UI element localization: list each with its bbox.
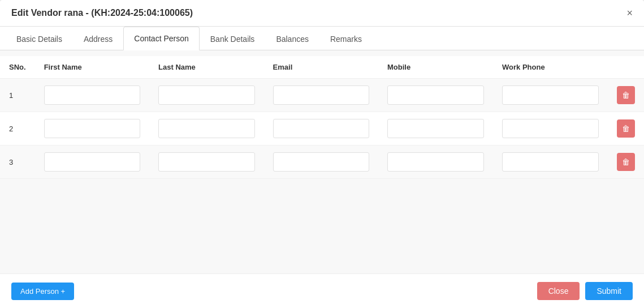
tab-basic-details[interactable]: Basic Details (6, 27, 73, 50)
row-2-first-name-cell (35, 112, 149, 146)
row-2-delete-button[interactable]: 🗑 (617, 119, 635, 138)
row-3-email-input[interactable] (273, 152, 369, 172)
modal-footer: Add Person + Close Submit (0, 273, 644, 308)
trash-icon: 🗑 (622, 157, 630, 166)
add-person-button[interactable]: Add Person + (11, 283, 74, 300)
row-1-delete-button[interactable]: 🗑 (617, 86, 635, 104)
col-header-sno: SNo. (0, 56, 35, 79)
row-1-work-phone-cell (493, 79, 608, 112)
row-1-email-cell (264, 79, 378, 112)
col-header-first-name: First Name (35, 56, 149, 79)
col-header-last-name: Last Name (149, 56, 263, 79)
close-button[interactable]: Close (537, 282, 580, 300)
row-3-action-cell: 🗑 (608, 146, 644, 179)
table-row: 1 (0, 79, 644, 112)
row-1-mobile-cell (378, 79, 493, 112)
row-1-last-name-input[interactable] (158, 85, 254, 105)
row-1-mobile-input[interactable] (387, 85, 484, 105)
modal-close-x-button[interactable]: × (626, 8, 633, 18)
row-3-mobile-cell (378, 146, 493, 179)
row-1-email-input[interactable] (273, 85, 369, 105)
row-3-last-name-cell (149, 146, 263, 179)
col-header-email: Email (264, 56, 378, 79)
row-2-mobile-input[interactable] (387, 119, 484, 138)
row-2-mobile-cell (378, 112, 493, 146)
row-2-first-name-input[interactable] (44, 119, 140, 138)
row-1-action-cell: 🗑 (608, 79, 644, 112)
row-1-first-name-cell (35, 79, 149, 112)
row-1-last-name-cell (149, 79, 263, 112)
tab-address[interactable]: Address (73, 27, 123, 50)
row-2-last-name-cell (149, 112, 263, 146)
modal: Edit Vendor rana - (KH:2024-25:04:100065… (0, 0, 644, 308)
table-header-row: SNo. First Name Last Name Email Mobile W… (0, 56, 644, 79)
trash-icon: 🗑 (622, 124, 630, 133)
row-3-mobile-input[interactable] (387, 152, 484, 172)
row-2-action-cell: 🗑 (608, 112, 644, 146)
tabs-bar: Basic Details Address Contact Person Ban… (0, 27, 644, 50)
modal-body: SNo. First Name Last Name Email Mobile W… (0, 50, 644, 273)
row-2-email-cell (264, 112, 378, 146)
row-2-last-name-input[interactable] (158, 119, 254, 138)
row-3-first-name-cell (35, 146, 149, 179)
tab-contact-person[interactable]: Contact Person (123, 27, 200, 50)
table-row: 3 (0, 146, 644, 179)
row-2-work-phone-input[interactable] (502, 119, 599, 138)
row-3-delete-button[interactable]: 🗑 (617, 153, 635, 171)
table-row: 2 (0, 112, 644, 146)
col-header-work-phone: Work Phone (493, 56, 608, 79)
row-1-sno: 1 (0, 79, 35, 112)
row-3-work-phone-cell (493, 146, 608, 179)
trash-icon: 🗑 (622, 91, 630, 100)
footer-action-buttons: Close Submit (537, 282, 633, 300)
tab-remarks[interactable]: Remarks (319, 27, 373, 50)
modal-title: Edit Vendor rana - (KH:2024-25:04:100065… (11, 8, 193, 18)
submit-button[interactable]: Submit (585, 282, 633, 300)
row-3-sno: 3 (0, 146, 35, 179)
row-3-first-name-input[interactable] (44, 152, 140, 172)
row-3-last-name-input[interactable] (158, 152, 254, 172)
contact-person-table-container: SNo. First Name Last Name Email Mobile W… (0, 56, 644, 179)
contact-person-table: SNo. First Name Last Name Email Mobile W… (0, 56, 644, 179)
row-3-email-cell (264, 146, 378, 179)
tab-balances[interactable]: Balances (265, 27, 319, 50)
row-1-first-name-input[interactable] (44, 85, 140, 105)
modal-header: Edit Vendor rana - (KH:2024-25:04:100065… (0, 0, 644, 27)
row-1-work-phone-input[interactable] (502, 85, 599, 105)
row-2-work-phone-cell (493, 112, 608, 146)
col-header-mobile: Mobile (378, 56, 493, 79)
tab-bank-details[interactable]: Bank Details (200, 27, 266, 50)
col-header-actions (608, 56, 644, 79)
row-2-sno: 2 (0, 112, 35, 146)
row-3-work-phone-input[interactable] (502, 152, 599, 172)
row-2-email-input[interactable] (273, 119, 369, 138)
